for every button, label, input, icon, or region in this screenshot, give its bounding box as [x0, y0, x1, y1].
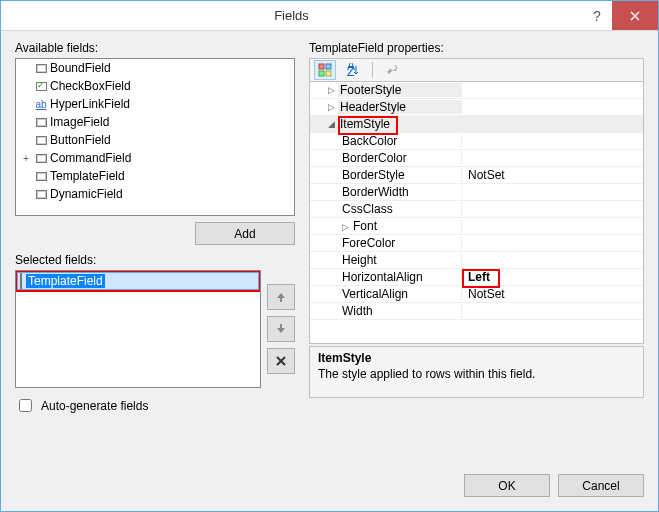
field-label: CheckBoxField — [50, 79, 131, 93]
titlebar: Fields ? — [1, 1, 658, 31]
property-name: HeaderStyle — [338, 100, 462, 114]
svg-rect-2 — [319, 71, 324, 76]
cancel-button[interactable]: Cancel — [558, 474, 644, 497]
selected-row: TemplateField — [15, 270, 295, 388]
add-button[interactable]: Add — [195, 222, 295, 245]
property-name: ▷Font — [324, 219, 462, 233]
box-icon — [34, 188, 48, 200]
toolbar-separator — [372, 62, 373, 78]
property-name: Height — [324, 253, 462, 267]
property-row[interactable]: Width — [310, 303, 643, 320]
field-label: ImageField — [50, 115, 109, 129]
property-row[interactable]: ◢ItemStyle — [310, 116, 643, 133]
selected-fields-list[interactable]: TemplateField — [15, 270, 261, 388]
property-row[interactable]: CssClass — [310, 201, 643, 218]
template-field-icon — [20, 274, 22, 288]
available-field-item[interactable]: BoundField — [16, 59, 294, 77]
property-row[interactable]: ▷FooterStyle — [310, 82, 643, 99]
field-label: BoundField — [50, 61, 111, 75]
right-column: TemplateField properties: AZ ▷FooterStyl… — [309, 41, 644, 460]
box-icon — [34, 152, 48, 164]
expand-toggle[interactable]: ◢ — [324, 119, 338, 129]
alphabetical-button[interactable]: AZ — [342, 60, 364, 80]
fields-dialog: Fields ? Available fields: BoundFieldChe… — [0, 0, 659, 512]
description-text: The style applied to rows within this fi… — [318, 367, 635, 381]
ok-button[interactable]: OK — [464, 474, 550, 497]
help-button[interactable]: ? — [582, 1, 612, 30]
property-description: ItemStyle The style applied to rows with… — [309, 346, 644, 398]
property-row[interactable]: ▷Font — [310, 218, 643, 235]
selected-item-label: TemplateField — [26, 274, 105, 288]
categorized-button[interactable] — [314, 60, 336, 80]
alphabetical-icon: AZ — [346, 63, 360, 77]
svg-rect-3 — [326, 71, 331, 76]
field-label: HyperLinkField — [50, 97, 130, 111]
property-row[interactable]: BorderColor — [310, 150, 643, 167]
property-row[interactable]: ForeColor — [310, 235, 643, 252]
available-field-item[interactable]: DynamicField — [16, 185, 294, 203]
property-row[interactable]: BackColor — [310, 133, 643, 150]
property-value[interactable]: Left — [462, 270, 643, 284]
property-name: ItemStyle — [338, 117, 462, 131]
close-button[interactable] — [612, 1, 658, 30]
available-field-item[interactable]: abHyperLinkField — [16, 95, 294, 113]
svg-text:Z: Z — [347, 65, 354, 77]
expand-toggle[interactable]: + — [20, 153, 32, 164]
arrow-down-icon — [275, 323, 287, 335]
selected-item-templatefield[interactable]: TemplateField — [17, 272, 259, 290]
svg-rect-0 — [319, 64, 324, 69]
chk-icon — [34, 80, 48, 92]
delete-button[interactable] — [267, 348, 295, 374]
property-name: FooterStyle — [338, 83, 462, 97]
window-buttons: ? — [582, 1, 658, 30]
categorized-icon — [318, 63, 332, 77]
auto-generate-row[interactable]: Auto-generate fields — [15, 396, 295, 415]
property-value[interactable]: NotSet — [462, 287, 643, 301]
available-field-item[interactable]: ImageField — [16, 113, 294, 131]
available-fields-list[interactable]: BoundFieldCheckBoxFieldabHyperLinkFieldI… — [15, 58, 295, 216]
property-row[interactable]: BorderStyleNotSet — [310, 167, 643, 184]
expand-toggle[interactable]: ▷ — [324, 102, 338, 112]
dialog-footer: OK Cancel — [1, 464, 658, 511]
delete-icon — [276, 356, 286, 366]
property-grid[interactable]: ▷FooterStyle▷HeaderStyle◢ItemStyleBackCo… — [309, 82, 644, 344]
expand-toggle[interactable]: ▷ — [324, 85, 338, 95]
property-name: CssClass — [324, 202, 462, 216]
property-name: BackColor — [324, 134, 462, 148]
add-row: Add — [15, 216, 295, 253]
field-label: DynamicField — [50, 187, 123, 201]
property-toolbar: AZ — [309, 58, 644, 82]
property-value[interactable]: NotSet — [462, 168, 643, 182]
box-icon — [34, 116, 48, 128]
box-icon — [34, 134, 48, 146]
property-row[interactable]: HorizontalAlignLeft — [310, 269, 643, 286]
field-label: ButtonField — [50, 133, 111, 147]
auto-generate-label: Auto-generate fields — [41, 399, 148, 413]
property-row[interactable]: ▷HeaderStyle — [310, 99, 643, 116]
reorder-buttons — [267, 284, 295, 388]
property-row[interactable]: Height — [310, 252, 643, 269]
auto-generate-checkbox[interactable] — [19, 399, 32, 412]
property-pages-button[interactable] — [381, 60, 403, 80]
move-down-button[interactable] — [267, 316, 295, 342]
property-name: BorderColor — [324, 151, 462, 165]
property-name: ForeColor — [324, 236, 462, 250]
property-row[interactable]: VerticalAlignNotSet — [310, 286, 643, 303]
description-title: ItemStyle — [318, 351, 635, 365]
move-up-button[interactable] — [267, 284, 295, 310]
close-icon — [630, 11, 640, 21]
available-field-item[interactable]: +CommandField — [16, 149, 294, 167]
available-field-item[interactable]: CheckBoxField — [16, 77, 294, 95]
box-icon — [34, 62, 48, 74]
available-fields-label: Available fields: — [15, 41, 295, 55]
field-label: CommandField — [50, 151, 131, 165]
property-name: HorizontalAlign — [324, 270, 462, 284]
box-icon — [34, 170, 48, 182]
property-name: VerticalAlign — [324, 287, 462, 301]
available-field-item[interactable]: ButtonField — [16, 131, 294, 149]
dialog-content: Available fields: BoundFieldCheckBoxFiel… — [1, 31, 658, 464]
property-row[interactable]: BorderWidth — [310, 184, 643, 201]
available-field-item[interactable]: TemplateField — [16, 167, 294, 185]
svg-rect-1 — [326, 64, 331, 69]
property-name: Width — [324, 304, 462, 318]
